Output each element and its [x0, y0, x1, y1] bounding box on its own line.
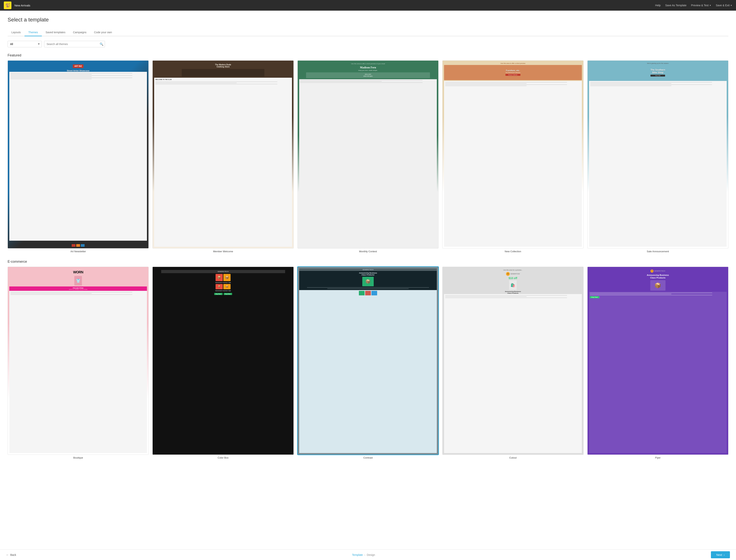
breadcrumb-separator: › — [364, 553, 365, 556]
template-name-contrast: Contrast — [297, 456, 439, 459]
tab-saved[interactable]: Saved templates — [42, 29, 69, 36]
help-button[interactable]: Help — [655, 4, 661, 7]
featured-section: Featured ART BIZ Street Artist Showcase — [8, 53, 728, 253]
template-flyer[interactable]: ✦ GENERICTECH Announcing BusinessClass P… — [587, 267, 728, 459]
template-name-art: Art Newsletter — [8, 250, 149, 253]
breadcrumb: Template › Design — [352, 553, 375, 556]
save-as-template-button[interactable]: Save As Template — [665, 4, 687, 7]
thumb-new-collection: Use this area to offer a short preview F… — [442, 60, 583, 248]
search-icon: 🔍 — [100, 43, 103, 46]
template-name-color-box: Color Box — [152, 456, 293, 459]
ecommerce-grid: WORN 👕 PROJEKTPINK SHOP ALL SPRING COLLE… — [8, 267, 728, 459]
next-button[interactable]: Next › — [711, 551, 730, 558]
featured-title: Featured — [8, 53, 728, 57]
back-arrow-icon: ← — [6, 553, 9, 556]
footer: ← Back Template › Design Next › — [0, 549, 736, 560]
back-button[interactable]: ← Back — [6, 553, 16, 556]
template-name-collection: New Collection — [442, 250, 583, 253]
save-exit-caret: ▼ — [730, 4, 732, 6]
ecommerce-title: E-commerce — [8, 260, 728, 264]
preview-test-button[interactable]: Preview & Test ▼ — [691, 4, 711, 7]
template-color-box[interactable]: GENERICTECH 📦 📦 Generictech Summer Sale … — [152, 267, 293, 459]
page-title: Select a template — [8, 17, 728, 23]
search-container: 🔍 — [44, 41, 105, 47]
template-contrast[interactable]: GENERICTECH Announcing BusinessClass Pro… — [297, 267, 439, 459]
tab-themes[interactable]: Themes — [25, 29, 42, 36]
thumb-sale-announcement: We're gearing up for the season The Sout… — [587, 60, 728, 248]
save-exit-button[interactable]: Save & Exit ▼ — [716, 4, 732, 7]
thumb-boutique: WORN 👕 PROJEKTPINK SHOP ALL SPRING COLLE… — [8, 267, 149, 455]
thumb-monthly-contest: Use this area to offer a short preview o… — [297, 60, 439, 248]
tab-campaigns[interactable]: Campaigns — [69, 29, 90, 36]
template-name-boutique: Boutique — [8, 456, 149, 459]
category-select[interactable]: All E-commerce Newsletter Event Announce… — [8, 41, 42, 47]
tab-code[interactable]: Code your own — [90, 29, 116, 36]
thumb-member-welcome: The Modern DudeClothing Store WELCOME TO… — [152, 60, 293, 248]
app-header: 🐒 New Arrivals Help Save As Template Pre… — [0, 0, 736, 11]
template-tabs: Layouts Themes Saved templates Campaigns… — [8, 29, 728, 36]
search-button[interactable]: 🔍 — [100, 42, 103, 46]
ecommerce-section: E-commerce WORN 👕 PROJEKTPINK SHOP — [8, 260, 728, 459]
header-left: 🐒 New Arrivals — [4, 2, 30, 9]
breadcrumb-template: Template — [352, 553, 363, 556]
thumb-cutout: Use this area for a preview... ✦ GENERIT… — [442, 267, 583, 455]
thumb-color-box: GENERICTECH 📦 📦 Generictech Summer Sale … — [152, 267, 293, 455]
template-name-cutout: Cutout — [442, 456, 583, 459]
preview-test-caret: ▼ — [709, 4, 711, 6]
campaign-title: New Arrivals — [14, 4, 30, 7]
template-new-collection[interactable]: Use this area to offer a short preview F… — [442, 60, 583, 253]
header-right: Help Save As Template Preview & Test ▼ S… — [655, 4, 732, 7]
template-monthly-contest[interactable]: Use this area to offer a short preview o… — [297, 60, 439, 253]
template-name-contest: Monthly Contest — [297, 250, 439, 253]
next-arrow-icon: › — [724, 553, 725, 556]
thumb-art-newsletter: ART BIZ Street Artist Showcase Meet a St… — [8, 60, 149, 248]
template-sale-announcement[interactable]: We're gearing up for the season The Sout… — [587, 60, 728, 253]
template-art-newsletter[interactable]: ART BIZ Street Artist Showcase Meet a St… — [8, 60, 149, 253]
tab-layouts[interactable]: Layouts — [8, 29, 25, 36]
breadcrumb-design: Design — [367, 553, 375, 556]
template-name-flyer: Flyer — [587, 456, 728, 459]
template-name-sale: Sale Announcement — [587, 250, 728, 253]
template-name-member: Member Welcome — [152, 250, 293, 253]
template-cutout[interactable]: Use this area for a preview... ✦ GENERIT… — [442, 267, 583, 459]
search-input[interactable] — [44, 41, 105, 47]
template-boutique[interactable]: WORN 👕 PROJEKTPINK SHOP ALL SPRING COLLE… — [8, 267, 149, 459]
thumb-flyer: ✦ GENERICTECH Announcing BusinessClass P… — [587, 267, 728, 455]
filter-row: All E-commerce Newsletter Event Announce… — [8, 41, 728, 47]
featured-grid: ART BIZ Street Artist Showcase Meet a St… — [8, 60, 728, 253]
template-member-welcome[interactable]: The Modern DudeClothing Store WELCOME TO… — [152, 60, 293, 253]
main-content: Select a template Layouts Themes Saved t… — [0, 11, 736, 549]
thumb-contrast: GENERICTECH Announcing BusinessClass Pro… — [297, 267, 439, 455]
mailchimp-logo: 🐒 — [4, 2, 11, 9]
